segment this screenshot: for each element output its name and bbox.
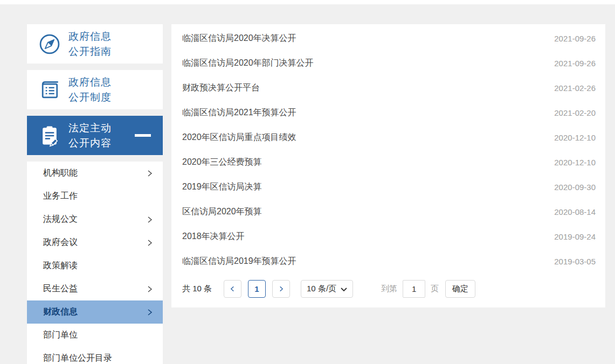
chevron-down-icon bbox=[341, 284, 347, 293]
sidebar-item-government-meetings[interactable]: 政府会议 bbox=[27, 231, 163, 254]
article-link[interactable]: 财政预决算公开平台 bbox=[182, 82, 260, 94]
compass-icon bbox=[38, 32, 61, 56]
chevron-right-icon bbox=[147, 240, 153, 246]
article-row: 2018年决算公开 2019-09-24 bbox=[171, 224, 605, 249]
sidebar-card-disclosure-system[interactable]: 政府信息 公开制度 bbox=[27, 70, 163, 109]
article-date: 2020-12-10 bbox=[554, 133, 596, 142]
article-list-panel: 临淄区信访局2020年决算公开 2021-09-26 临淄区信访局2020年部门… bbox=[171, 24, 605, 307]
sidebar: 政府信息 公开指南 政府信息 公开制度 bbox=[27, 24, 163, 364]
article-date: 2020-12-10 bbox=[554, 158, 596, 167]
sidebar-item-organization[interactable]: 机构职能 bbox=[27, 162, 163, 185]
article-date: 2021-02-20 bbox=[554, 108, 596, 117]
pagination-bar: 共 10 条 1 10 条/页 到第 页 确定 bbox=[182, 280, 605, 298]
sidebar-item-business-work[interactable]: 业务工作 bbox=[27, 185, 163, 208]
sidebar-item-regulations[interactable]: 法规公文 bbox=[27, 208, 163, 231]
article-date: 2019-09-24 bbox=[554, 232, 596, 241]
article-row: 财政预决算公开平台 2021-02-26 bbox=[171, 75, 605, 100]
goto-prefix-label: 到第 bbox=[381, 284, 397, 294]
article-link[interactable]: 临淄区信访局2020年决算公开 bbox=[182, 33, 296, 44]
card-title: 法定主动 公开内容 bbox=[68, 121, 112, 150]
sidebar-card-statutory-disclosure[interactable]: 法定主动 公开内容 bbox=[27, 116, 163, 155]
article-link[interactable]: 2018年决算公开 bbox=[182, 231, 245, 242]
article-date: 2021-02-26 bbox=[554, 83, 596, 93]
book-icon bbox=[38, 78, 61, 102]
article-link[interactable]: 区信访局2020年预算 bbox=[182, 206, 262, 218]
article-link[interactable]: 2020年三公经费预算 bbox=[182, 157, 262, 168]
chevron-right-icon bbox=[147, 170, 153, 177]
article-date: 2021-09-26 bbox=[554, 34, 596, 43]
sidebar-item-departments[interactable]: 部门单位 bbox=[27, 324, 163, 347]
article-row: 临淄区信访局2021年预算公开 2021-02-20 bbox=[171, 100, 605, 125]
article-row: 临淄区信访局2020年决算公开 2021-09-26 bbox=[171, 26, 605, 51]
article-link[interactable]: 临淄区信访局2020年部门决算公开 bbox=[182, 58, 314, 69]
article-row: 临淄区信访局2019年预算公开 2019-03-05 bbox=[171, 249, 605, 274]
article-row: 2020年三公经费预算 2020-12-10 bbox=[171, 150, 605, 174]
goto-suffix-label: 页 bbox=[431, 284, 439, 294]
sidebar-item-public-welfare[interactable]: 民生公益 bbox=[27, 277, 163, 300]
chevron-left-icon bbox=[230, 286, 236, 292]
article-row: 区信访局2020年预算 2020-08-14 bbox=[171, 199, 605, 224]
sidebar-item-financial-info[interactable]: 财政信息 bbox=[27, 300, 163, 324]
sidebar-menu: 机构职能 业务工作 法规公文 政府会议 政策解读 民生公益 bbox=[27, 162, 163, 364]
article-row: 临淄区信访局2020年部门决算公开 2021-09-26 bbox=[171, 51, 605, 75]
next-page-button[interactable] bbox=[272, 280, 290, 298]
sidebar-item-policy-interpretation[interactable]: 政策解读 bbox=[27, 254, 163, 277]
card-title: 政府信息 公开制度 bbox=[68, 75, 112, 104]
chevron-right-icon bbox=[147, 216, 153, 223]
minus-icon bbox=[135, 134, 151, 137]
article-link[interactable]: 临淄区信访局2021年预算公开 bbox=[182, 107, 296, 118]
article-row: 2020年区信访局重点项目绩效 2020-12-10 bbox=[171, 125, 605, 150]
article-link[interactable]: 2019年区信访局决算 bbox=[182, 181, 262, 193]
article-link[interactable]: 临淄区信访局2019年预算公开 bbox=[182, 256, 296, 267]
prev-page-button[interactable] bbox=[224, 280, 241, 298]
article-row: 2019年区信访局决算 2020-09-30 bbox=[171, 174, 605, 199]
article-date: 2020-09-30 bbox=[554, 183, 596, 192]
article-date: 2019-03-05 bbox=[554, 257, 596, 266]
goto-page-input[interactable] bbox=[403, 280, 425, 298]
page-number-button[interactable]: 1 bbox=[248, 280, 266, 298]
goto-page-group: 到第 页 确定 bbox=[381, 280, 475, 298]
chevron-right-icon bbox=[278, 286, 284, 292]
sidebar-item-department-directory[interactable]: 部门单位公开目录 bbox=[27, 347, 163, 364]
card-title: 政府信息 公开指南 bbox=[68, 29, 112, 59]
chevron-right-icon bbox=[147, 286, 153, 292]
article-date: 2020-08-14 bbox=[554, 207, 596, 216]
chevron-right-icon bbox=[147, 309, 153, 316]
total-count-label: 共 10 条 bbox=[182, 284, 212, 294]
page-size-select[interactable]: 10 条/页 bbox=[301, 280, 353, 298]
confirm-button[interactable]: 确定 bbox=[445, 280, 475, 298]
article-link[interactable]: 2020年区信访局重点项目绩效 bbox=[182, 132, 296, 143]
clipboard-pencil-icon bbox=[38, 124, 61, 148]
article-date: 2021-09-26 bbox=[554, 59, 596, 68]
top-strip bbox=[0, 0, 615, 4]
sidebar-card-disclosure-guide[interactable]: 政府信息 公开指南 bbox=[27, 24, 163, 64]
